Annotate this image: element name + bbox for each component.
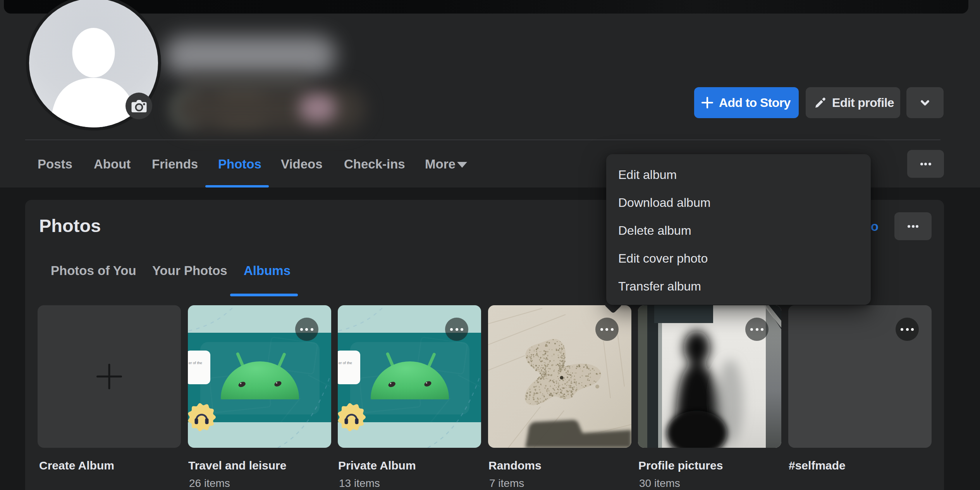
svg-text:er of the: er of the (189, 361, 202, 365)
svg-text:er of the: er of the (339, 361, 352, 365)
